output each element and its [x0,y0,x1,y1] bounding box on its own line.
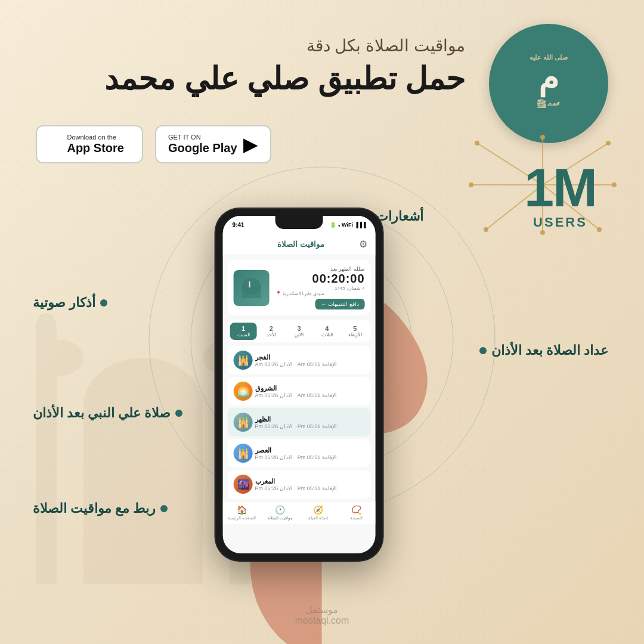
svg-point-24 [469,182,473,187]
home-label: الصفحه الرئيسة [228,516,256,521]
feature-text: ربط مع مواقيت الصلاة [33,501,156,516]
day-tabs: 5الأربعاء 4الثلاث 3الاثن 2الأحد 1السبت [228,320,371,342]
status-time: 9:41 [233,222,244,228]
svg-point-6 [36,340,83,376]
fajr-icon: 🕌 [234,351,253,370]
logo-symbol: م محمد ﷺ صلى الله عليه [510,42,587,126]
background: م محمد ﷺ صلى الله عليه [0,0,644,644]
day-tab-4[interactable]: 4الثلاث [314,323,340,340]
nav-home[interactable]: 🏠 الصفحه الرئيسة [223,505,261,521]
feature-text: أذكار صوتية [33,295,95,311]
day-tab-5[interactable]: 5الأربعاء [342,323,369,340]
bottom-nav: 📿 السبحة 🧭 إتجاه القبلة 🕐 مواقيت الصلاة [223,501,376,524]
day-tab-1[interactable]: 1السبت [230,323,257,340]
svg-point-3 [35,313,57,343]
svg-rect-35 [249,281,250,287]
countdown-display: 00:20:00 [275,272,365,286]
prayer-row-fajr: الفجر الإقامة 05:51 Am الاذان 05:26 Am 🕌 [228,346,371,374]
feature-prayer-times-link: ربط مع مواقيت الصلاة [33,501,168,516]
svg-point-23 [606,141,611,145]
dhuhr-icon: 🕌 [234,413,253,432]
shuruq-icon: 🌅 [234,382,253,401]
svg-point-25 [612,182,617,187]
hijri-date: 4 شعبان، 1445 [275,286,365,291]
main-title: حمل تطبيق صلي علي محمد [36,60,465,97]
prayer-countdown-card: صلله الظهر بعد 00:20:00 4 شعبان، 1445 سي… [228,260,371,315]
tasbih-label: السبحة [350,516,363,521]
million-users-label: USERS [524,215,596,230]
phone-notch [275,216,323,229]
feature-dot [479,347,487,354]
home-icon: 🏠 [237,505,247,515]
nav-tasbih[interactable]: 📿 السبحة [338,505,376,521]
asr-icon: 🕌 [234,444,253,463]
prayer-list: الفجر الإقامة 05:51 Am الاذان 05:26 Am 🕌 [223,346,376,501]
day-tab-3[interactable]: 3الاثن [286,323,312,340]
svg-rect-8 [107,441,122,462]
app-header: ⚙ مواقيت الصلاة [223,234,376,255]
battery-signal: ▐▐▐ ᵥ WiFi 🔋 [330,222,366,228]
location-display: سيدي جابر-الاسكندرية📍 [275,291,365,296]
reminder-button[interactable]: دافع التنبيهات ← [315,299,365,309]
svg-text:م: م [538,60,559,98]
phone-hand-section: ▐▐▐ ᵥ WiFi 🔋 9:41 ⚙ مواقيت الصلاة صلله ا… [156,161,442,644]
tasbih-icon: 📿 [351,505,361,515]
svg-point-22 [475,141,479,145]
qibla-label: إتجاه القبلة [308,516,328,521]
google-play-label: GET IT ON [168,134,237,141]
subtitle: مواقيت الصلاة بكل دقة [36,36,465,55]
watermark-arabic: موستقل [295,604,349,615]
feature-text: عداد الصلاة بعد الأذان [491,343,608,358]
feature-prayer-count: عداد الصلاة بعد الأذان [479,343,608,358]
phone-frame: ▐▐▐ ᵥ WiFi 🔋 9:41 ⚙ مواقيت الصلاة صلله ا… [216,209,383,561]
million-number: 1M [524,161,596,215]
watermark-latin: mostaql.com [295,615,349,626]
prayer-row-maghrib: المغرب الإقامة 05:51 Pm الاذان 05:26 Pm … [228,470,371,499]
app-title: مواقيت الصلاة [277,240,324,249]
app-store-button[interactable]: Download on the App Store [36,125,143,163]
svg-point-29 [540,230,545,235]
svg-rect-34 [242,286,261,298]
nav-prayer-times[interactable]: 🕐 مواقيت الصلاة [261,505,299,521]
phone-screen: ▐▐▐ ᵥ WiFi 🔋 9:41 ⚙ مواقيت الصلاة صلله ا… [223,216,376,553]
prayer-row-asr: العصر الإقامة 05:51 Pm الاذان 05:26 Pm 🕌 [228,439,371,467]
svg-text:صلى الله عليه: صلى الله عليه [530,54,568,61]
google-play-button[interactable]: ▶ GET IT ON Google Play [155,125,271,163]
settings-icon[interactable]: ⚙ [359,239,367,250]
google-play-icon: ▶ [243,135,258,154]
google-play-name: Google Play [168,141,237,155]
watermark: موستقل mostaql.com [295,604,349,626]
dome-image [234,270,270,306]
prayer-times-label: مواقيت الصلاة [268,516,293,521]
svg-rect-9 [140,441,155,462]
day-tab-2[interactable]: 2الأحد [258,323,284,340]
app-store-label: Download on the [67,134,124,141]
store-buttons-group: ▶ GET IT ON Google Play Download on the … [36,125,271,163]
svg-point-26 [484,227,488,232]
svg-text:محمد ﷺ: محمد ﷺ [537,99,561,109]
header-section: مواقيت الصلاة بكل دقة حمل تطبيق صلي علي … [36,36,465,97]
feature-text: صلاة علي النبي بعد الأذان [33,405,171,421]
next-prayer-label: صلله الظهر بعد [275,266,365,272]
app-store-name: App Store [67,141,124,155]
app-logo-circle: م محمد ﷺ صلى الله عليه [489,24,608,143]
svg-point-27 [597,227,602,232]
qibla-icon: 🧭 [313,505,323,515]
prayer-row-shuruq: الشروق الإقامة 05:51 Am الاذان 05:26 Am … [228,377,371,405]
million-users-badge: 1M USERS [524,161,596,230]
nav-qibla[interactable]: 🧭 إتجاه القبلة [299,505,338,521]
maghrib-icon: 🌆 [234,475,253,494]
phone-mockup: ▐▐▐ ᵥ WiFi 🔋 9:41 ⚙ مواقيت الصلاة صلله ا… [240,209,383,507]
feature-audio-dhikr: أذكار صوتية [33,295,107,311]
feature-dot [100,299,107,306]
prayer-times-icon: 🕐 [275,505,285,515]
prayer-row-dhuhr: الظهر الإقامة 05:51 Pm الاذان 05:26 Pm 🕌 [228,408,371,436]
